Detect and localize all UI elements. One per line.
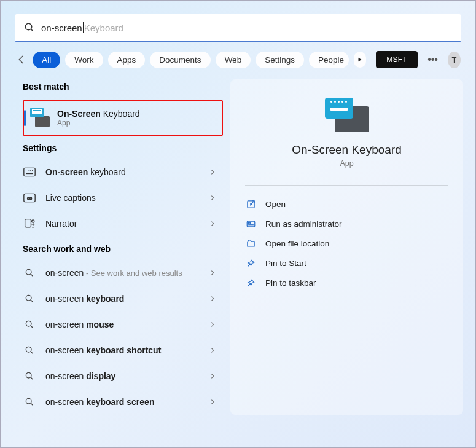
best-match-type: App	[57, 119, 140, 127]
chevron-right-icon	[209, 347, 216, 353]
web-suggestion[interactable]: on-screen keyboard screen	[23, 389, 220, 415]
svg-point-31	[249, 222, 250, 223]
section-web: Search work and web	[23, 237, 220, 260]
action-item[interactable]: Run as administrator	[245, 214, 448, 234]
action-label: Pin to taskbar	[265, 278, 316, 288]
svg-point-23	[26, 372, 31, 378]
svg-point-19	[26, 321, 31, 326]
search-icon	[24, 22, 35, 33]
preview-pane: On-Screen Keyboard App Open Run as admin…	[230, 79, 463, 415]
svg-line-26	[31, 403, 33, 405]
search-icon	[23, 397, 36, 407]
svg-line-20	[31, 326, 33, 328]
svg-rect-10	[25, 219, 31, 227]
web-suggestion[interactable]: on-screen display	[23, 363, 220, 389]
preview-type: App	[245, 159, 448, 168]
filter-people[interactable]: People	[309, 52, 349, 68]
action-item[interactable]: Open file location	[245, 234, 448, 253]
action-item[interactable]: Pin to taskbar	[245, 273, 448, 293]
more-filters-button[interactable]	[354, 52, 366, 68]
best-match-item[interactable]: On-Screen Keyboard App	[23, 100, 223, 136]
web-suggestion[interactable]: on-screen - See work and web results	[23, 260, 220, 286]
search-suggestion: Keyboard	[84, 23, 123, 33]
chevron-right-icon	[209, 169, 216, 175]
filter-all[interactable]: All	[33, 52, 60, 68]
action-icon	[245, 259, 256, 268]
text-caret	[83, 22, 84, 33]
best-match-title: On-Screen Keyboard	[57, 109, 140, 119]
web-suggestion-label: on-screen mouse	[45, 320, 200, 329]
chevron-right-icon	[209, 296, 216, 302]
chevron-right-icon	[209, 399, 216, 405]
svg-line-33	[248, 264, 250, 266]
back-button[interactable]	[15, 54, 28, 65]
svg-point-17	[26, 295, 31, 301]
svg-line-34	[248, 283, 250, 286]
search-icon	[23, 371, 36, 381]
filter-web[interactable]: Web	[216, 52, 251, 68]
search-box[interactable]: on-screenKeyboard	[15, 14, 461, 42]
settings-item-icon	[23, 218, 36, 229]
settings-item-label: Live captions	[45, 193, 200, 203]
action-item[interactable]: Pin to Start	[245, 253, 448, 273]
web-suggestion[interactable]: on-screen keyboard shortcut	[23, 337, 220, 363]
settings-item[interactable]: cc Live captions	[23, 185, 220, 211]
settings-item[interactable]: Narrator	[23, 211, 220, 237]
action-icon	[245, 219, 256, 229]
action-icon	[245, 239, 256, 248]
web-suggestion[interactable]: on-screen keyboard	[23, 286, 220, 312]
svg-text:cc: cc	[27, 195, 32, 201]
chevron-right-icon	[209, 221, 216, 227]
preview-title: On-Screen Keyboard	[245, 143, 448, 157]
search-typed: on-screen	[41, 23, 82, 33]
web-suggestion-label: on-screen - See work and web results	[45, 268, 200, 278]
action-label: Open file location	[265, 239, 329, 248]
keyboard-icon	[31, 109, 50, 127]
filter-settings[interactable]: Settings	[256, 52, 304, 68]
action-icon	[245, 278, 256, 288]
section-best-match: Best match	[23, 74, 220, 98]
web-suggestion[interactable]: on-screen mouse	[23, 312, 220, 337]
svg-line-22	[31, 352, 33, 353]
action-item[interactable]: Open	[245, 194, 448, 214]
svg-point-0	[25, 23, 32, 30]
svg-point-25	[26, 398, 31, 404]
settings-item-label: On-screen keyboard	[45, 167, 200, 177]
filter-work[interactable]: Work	[65, 52, 103, 68]
svg-rect-29	[247, 221, 255, 227]
msft-button[interactable]: MSFT	[376, 51, 418, 68]
svg-line-1	[31, 29, 33, 31]
svg-line-28	[251, 200, 254, 203]
more-icon[interactable]: •••	[423, 54, 443, 65]
preview-app-icon	[325, 98, 369, 132]
svg-line-16	[31, 274, 33, 276]
settings-item-icon	[23, 167, 36, 177]
svg-point-15	[26, 269, 31, 275]
web-suggestion-label: on-screen keyboard	[45, 294, 200, 304]
search-icon	[23, 268, 36, 278]
settings-item[interactable]: On-screen keyboard	[23, 159, 220, 185]
settings-item-icon: cc	[23, 193, 36, 203]
chevron-right-icon	[209, 373, 216, 379]
web-suggestion-label: on-screen keyboard screen	[45, 397, 200, 407]
search-icon	[23, 294, 36, 304]
filter-documents[interactable]: Documents	[150, 52, 210, 68]
svg-point-30	[248, 222, 249, 223]
chevron-right-icon	[209, 270, 216, 276]
avatar[interactable]: T	[448, 52, 461, 68]
svg-line-24	[31, 377, 33, 379]
section-settings: Settings	[23, 136, 220, 159]
action-label: Pin to Start	[265, 259, 306, 268]
svg-point-21	[26, 347, 31, 352]
action-icon	[245, 200, 256, 209]
svg-line-18	[31, 300, 33, 302]
search-icon	[23, 345, 36, 355]
chevron-right-icon	[209, 195, 216, 201]
svg-rect-2	[24, 168, 35, 176]
divider	[245, 185, 448, 186]
web-suggestion-label: on-screen keyboard shortcut	[45, 345, 200, 355]
web-suggestion-label: on-screen display	[45, 371, 200, 381]
filter-row: All Work Apps Documents Web Settings Peo…	[1, 42, 475, 74]
filter-apps[interactable]: Apps	[108, 52, 146, 68]
settings-item-label: Narrator	[45, 219, 200, 229]
